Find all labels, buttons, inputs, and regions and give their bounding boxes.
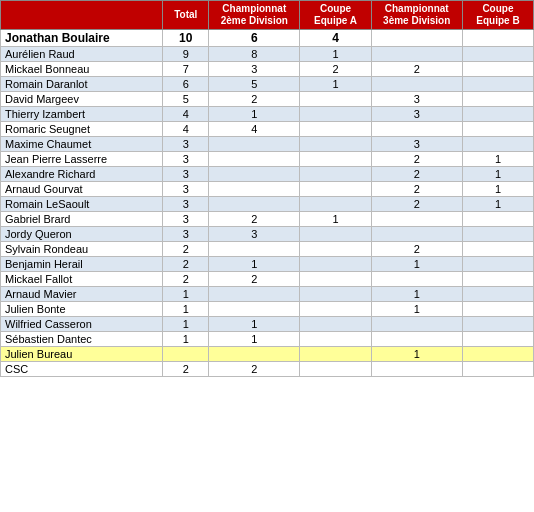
table-row: Gabriel Brard321 bbox=[1, 212, 534, 227]
header-total: Total bbox=[163, 1, 209, 30]
table-row: Julien Bureau1 bbox=[1, 347, 534, 362]
table-row: Mickael Bonneau7322 bbox=[1, 62, 534, 77]
row-total: 3 bbox=[163, 212, 209, 227]
row-name: Romain Daranlot bbox=[1, 77, 163, 92]
header-name bbox=[1, 1, 163, 30]
row-coupeB bbox=[462, 272, 533, 287]
row-coupeB bbox=[462, 212, 533, 227]
row-champ2: 3 bbox=[209, 227, 300, 242]
row-total: 3 bbox=[163, 197, 209, 212]
row-name: Sylvain Rondeau bbox=[1, 242, 163, 257]
row-total: 1 bbox=[163, 317, 209, 332]
table-row: Mickael Fallot22 bbox=[1, 272, 534, 287]
row-champ3 bbox=[371, 227, 462, 242]
row-total: 3 bbox=[163, 137, 209, 152]
row-coupeB bbox=[462, 77, 533, 92]
row-coupeA bbox=[300, 302, 371, 317]
row-champ3 bbox=[371, 362, 462, 377]
row-champ3: 2 bbox=[371, 242, 462, 257]
row-champ3: 2 bbox=[371, 197, 462, 212]
row-champ2 bbox=[209, 167, 300, 182]
row-champ2: 2 bbox=[209, 272, 300, 287]
row-name: Sébastien Dantec bbox=[1, 332, 163, 347]
row-coupeA bbox=[300, 92, 371, 107]
table-row: Maxime Chaumet33 bbox=[1, 137, 534, 152]
row-champ2 bbox=[209, 197, 300, 212]
row-champ3: 3 bbox=[371, 92, 462, 107]
row-coupeA bbox=[300, 347, 371, 362]
row-coupeA: 1 bbox=[300, 212, 371, 227]
row-coupeA bbox=[300, 137, 371, 152]
header-champ2: Championnat 2ème Division bbox=[209, 1, 300, 30]
row-total bbox=[163, 347, 209, 362]
header-coupeB: Coupe Equipe B bbox=[462, 1, 533, 30]
row-coupeA bbox=[300, 107, 371, 122]
row-champ2: 5 bbox=[209, 77, 300, 92]
row-champ3 bbox=[371, 212, 462, 227]
row-name: Thierry Izambert bbox=[1, 107, 163, 122]
row-coupeB bbox=[462, 92, 533, 107]
row-total: 2 bbox=[163, 257, 209, 272]
row-champ2: 3 bbox=[209, 62, 300, 77]
table-row: Thierry Izambert413 bbox=[1, 107, 534, 122]
row-champ3: 3 bbox=[371, 137, 462, 152]
table-row: David Margeev523 bbox=[1, 92, 534, 107]
row-champ3: 1 bbox=[371, 287, 462, 302]
table-row: Benjamin Herail211 bbox=[1, 257, 534, 272]
row-champ2: 4 bbox=[209, 122, 300, 137]
row-champ2 bbox=[209, 137, 300, 152]
header-champ3: Championnat 3ème Division bbox=[371, 1, 462, 30]
stats-table: Total Championnat 2ème Division Coupe Eq… bbox=[0, 0, 534, 377]
row-coupeA bbox=[300, 182, 371, 197]
row-total: 2 bbox=[163, 242, 209, 257]
row-name: Gabriel Brard bbox=[1, 212, 163, 227]
header-coupeA: Coupe Equipe A bbox=[300, 1, 371, 30]
row-name: Julien Bonte bbox=[1, 302, 163, 317]
table-row: CSC22 bbox=[1, 362, 534, 377]
jonathan-total: 10 bbox=[163, 30, 209, 47]
row-champ2 bbox=[209, 302, 300, 317]
jonathan-coupeA: 4 bbox=[300, 30, 371, 47]
table-row: Arnaud Mavier11 bbox=[1, 287, 534, 302]
row-champ3: 1 bbox=[371, 302, 462, 317]
row-champ3 bbox=[371, 332, 462, 347]
row-champ3 bbox=[371, 272, 462, 287]
row-name: Arnaud Mavier bbox=[1, 287, 163, 302]
row-champ3: 1 bbox=[371, 257, 462, 272]
row-coupeA bbox=[300, 227, 371, 242]
table-row: Arnaud Gourvat321 bbox=[1, 182, 534, 197]
row-champ2: 1 bbox=[209, 317, 300, 332]
row-coupeB bbox=[462, 62, 533, 77]
row-name: CSC bbox=[1, 362, 163, 377]
row-coupeB bbox=[462, 122, 533, 137]
table-row: Sébastien Dantec11 bbox=[1, 332, 534, 347]
row-total: 4 bbox=[163, 107, 209, 122]
table-row: Jean Pierre Lasserre321 bbox=[1, 152, 534, 167]
row-coupeB: 1 bbox=[462, 152, 533, 167]
row-champ3: 2 bbox=[371, 167, 462, 182]
table-row: Romain Daranlot651 bbox=[1, 77, 534, 92]
row-total: 4 bbox=[163, 122, 209, 137]
table-row: Romaric Seugnet44 bbox=[1, 122, 534, 137]
row-coupeB bbox=[462, 137, 533, 152]
row-champ3 bbox=[371, 317, 462, 332]
row-name: Julien Bureau bbox=[1, 347, 163, 362]
row-coupeB bbox=[462, 362, 533, 377]
row-name: Jean Pierre Lasserre bbox=[1, 152, 163, 167]
row-coupeA bbox=[300, 197, 371, 212]
row-champ3 bbox=[371, 77, 462, 92]
row-champ2 bbox=[209, 347, 300, 362]
row-coupeB bbox=[462, 332, 533, 347]
row-coupeB bbox=[462, 347, 533, 362]
row-coupeB: 1 bbox=[462, 182, 533, 197]
row-name: Romain LeSaoult bbox=[1, 197, 163, 212]
row-champ3: 1 bbox=[371, 347, 462, 362]
row-name: Maxime Chaumet bbox=[1, 137, 163, 152]
row-champ2 bbox=[209, 287, 300, 302]
row-champ2 bbox=[209, 182, 300, 197]
row-champ3: 3 bbox=[371, 107, 462, 122]
jonathan-row: Jonathan Boulaire 10 6 4 bbox=[1, 30, 534, 47]
jonathan-champ2: 6 bbox=[209, 30, 300, 47]
row-name: Arnaud Gourvat bbox=[1, 182, 163, 197]
row-total: 2 bbox=[163, 272, 209, 287]
